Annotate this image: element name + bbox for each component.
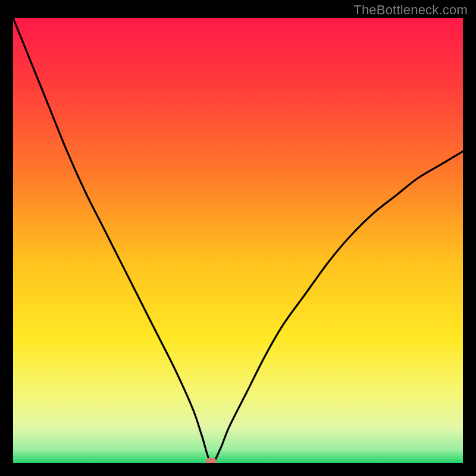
bottleneck-chart [13, 18, 463, 463]
gradient-background [13, 18, 463, 463]
chart-wrapper: TheBottleneck.com [0, 0, 476, 476]
watermark-text: TheBottleneck.com [353, 2, 468, 18]
min-marker [206, 458, 217, 463]
